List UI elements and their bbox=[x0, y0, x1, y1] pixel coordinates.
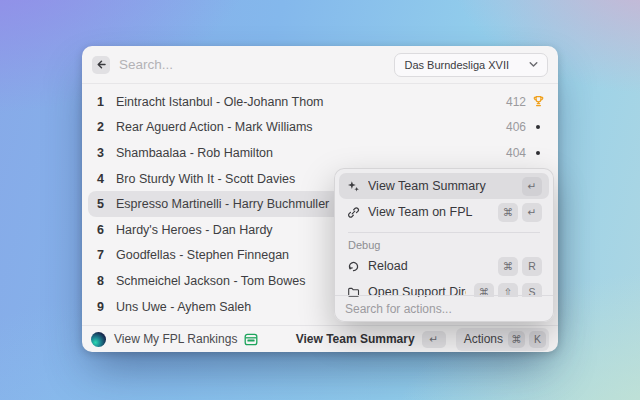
search-input[interactable]: Search... bbox=[119, 57, 394, 72]
dot-indicator bbox=[530, 151, 546, 155]
row-rank: 3 bbox=[94, 146, 107, 160]
menu-item-label: View Team Summary bbox=[368, 179, 514, 193]
keycap-⌘: ⌘ bbox=[508, 331, 525, 348]
row-rank: 1 bbox=[94, 95, 107, 109]
row-rank: 6 bbox=[94, 223, 107, 237]
menu-item-view-team-on-fpl[interactable]: View Team on FPL⌘↵ bbox=[339, 199, 549, 225]
league-dropdown[interactable]: Das Burndesliga XVII bbox=[394, 53, 548, 77]
link-icon bbox=[346, 206, 360, 219]
row-rank: 7 bbox=[94, 248, 107, 262]
sparkle-icon bbox=[346, 180, 360, 193]
search-bar: Search... Das Burndesliga XVII bbox=[82, 46, 558, 84]
keycap-R: R bbox=[522, 257, 542, 276]
row-title: Shambaalaa - Rob Hamilton bbox=[116, 146, 506, 160]
actions-keycaps: ⌘K bbox=[508, 331, 546, 348]
extension-logo-icon bbox=[91, 332, 106, 347]
row-title: Eintracht Istanbul - Ole-Johann Thom bbox=[116, 95, 506, 109]
chevron-down-icon bbox=[529, 61, 538, 68]
trophy-icon bbox=[530, 95, 546, 108]
arrow-left-icon bbox=[96, 59, 107, 70]
row-rank: 2 bbox=[94, 120, 107, 134]
menu-item-label: View Team on FPL bbox=[368, 205, 490, 219]
row-rank: 4 bbox=[94, 172, 107, 186]
actions-button[interactable]: Actions ⌘K bbox=[456, 328, 549, 351]
actions-search-input[interactable]: Search for actions... bbox=[335, 295, 553, 321]
keycap-⌘: ⌘ bbox=[498, 257, 518, 276]
menu-item-view-team-summary[interactable]: View Team Summary↵ bbox=[339, 173, 549, 199]
row-points: 404 bbox=[506, 146, 526, 160]
league-dropdown-value: Das Burndesliga XVII bbox=[404, 59, 509, 71]
row-rank: 9 bbox=[94, 300, 107, 314]
back-button[interactable] bbox=[92, 56, 110, 74]
menu-item-keycaps: ↵ bbox=[522, 177, 542, 196]
actions-menu: View Team Summary↵View Team on FPL⌘↵Debu… bbox=[334, 168, 554, 322]
row-rank: 5 bbox=[94, 197, 107, 211]
list-row-rank-3[interactable]: 3Shambaalaa - Rob Hamilton404 bbox=[88, 140, 552, 166]
actions-menu-items: View Team Summary↵View Team on FPL⌘↵Debu… bbox=[335, 169, 553, 297]
status-bar: View My FPL Rankings View Team Summary ↵… bbox=[82, 325, 558, 352]
keycap-↵: ↵ bbox=[522, 203, 542, 222]
enter-keycap: ↵ bbox=[422, 331, 446, 348]
list-row-rank-1[interactable]: 1Eintracht Istanbul - Ole-Johann Thom412 bbox=[88, 89, 552, 115]
dot-indicator bbox=[530, 125, 546, 129]
primary-action-label[interactable]: View Team Summary bbox=[296, 332, 415, 346]
rankings-card-icon bbox=[244, 333, 258, 346]
row-points: 406 bbox=[506, 120, 526, 134]
keycap-↵: ↵ bbox=[522, 177, 542, 196]
menu-item-keycaps: ⌘R bbox=[498, 257, 542, 276]
menu-section-header: Debug bbox=[339, 233, 549, 253]
row-title: Rear Aguerd Action - Mark Williams bbox=[116, 120, 506, 134]
row-points: 412 bbox=[506, 95, 526, 109]
keycap-⌘: ⌘ bbox=[498, 203, 518, 222]
actions-button-label: Actions bbox=[464, 332, 503, 346]
menu-item-label: Reload bbox=[368, 259, 490, 273]
keycap-K: K bbox=[529, 331, 546, 348]
menu-item-keycaps: ⌘↵ bbox=[498, 203, 542, 222]
row-rank: 8 bbox=[94, 274, 107, 288]
list-row-rank-2[interactable]: 2Rear Aguerd Action - Mark Williams406 bbox=[88, 115, 552, 141]
command-title: View My FPL Rankings bbox=[114, 332, 237, 346]
reload-icon bbox=[346, 260, 360, 273]
menu-item-reload[interactable]: Reload⌘R bbox=[339, 253, 549, 279]
